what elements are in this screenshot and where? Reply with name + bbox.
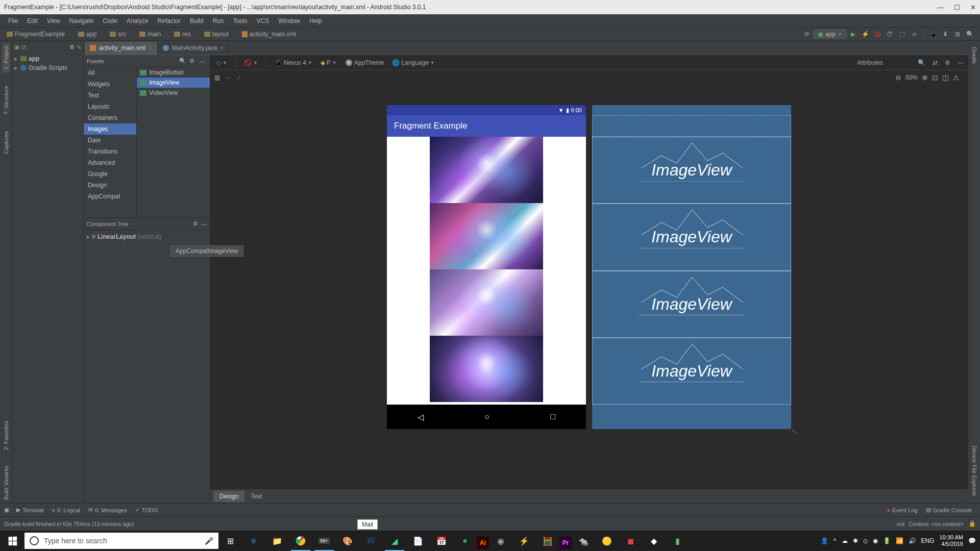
taskbar-app-spotify[interactable]: ● [453, 531, 477, 551]
taskbar-app-generic1[interactable]: ⚡ [512, 531, 536, 551]
maximize-button[interactable]: ☐ [954, 4, 960, 11]
menu-vcs[interactable]: VCS [253, 16, 274, 26]
tool-windows-icon[interactable]: ▣ [4, 507, 9, 513]
microphone-icon[interactable]: 🎤 [205, 537, 213, 545]
debug-button[interactable]: 🐞 [873, 30, 881, 38]
theme-selector[interactable]: 🔘AppTheme [343, 58, 386, 67]
file-tab-activity-main[interactable]: activity_main.xml × [85, 42, 158, 55]
blueprint-imageview-3[interactable]: ImageView [592, 271, 791, 338]
breadcrumb-main[interactable]: main [137, 31, 163, 38]
gradle-console-tab[interactable]: ▤ Gradle Console [922, 506, 976, 514]
zoom-in-button[interactable]: ⊕ [922, 73, 928, 82]
palette-cat-google[interactable]: Google [84, 168, 136, 180]
tray-onedrive-icon[interactable]: ☁ [842, 537, 848, 544]
device-selector[interactable]: 📱Nexus 4▼ [273, 58, 314, 67]
resize-handle-icon[interactable]: ⤡ [791, 427, 797, 435]
tray-clock[interactable]: 10:30 AM 4/5/2018 [940, 534, 963, 547]
taskbar-app-android-studio[interactable]: ◢ [383, 531, 406, 551]
palette-cat-advanced[interactable]: Advanced [84, 157, 136, 168]
viewport-mode-icon[interactable]: ▥ [214, 74, 220, 81]
attach-debugger-icon[interactable]: ⬚ [898, 30, 906, 38]
menu-tools[interactable]: Tools [229, 16, 252, 26]
tray-volume-icon[interactable]: 🔊 [909, 537, 916, 544]
search-icon[interactable]: 🔍 [918, 59, 925, 66]
messages-tab[interactable]: ✉ 0: Messages [84, 506, 131, 514]
run-button[interactable]: ▶ [849, 30, 857, 38]
event-log-tab[interactable]: ● Event Log [883, 506, 921, 514]
hide-icon[interactable]: — [958, 59, 964, 66]
tray-dropbox-icon[interactable]: ◇ [863, 537, 868, 544]
tray-battery-icon[interactable]: 🔋 [883, 537, 891, 544]
menu-edit[interactable]: Edit [23, 16, 42, 26]
favorites-tool-tab[interactable]: 2: Favorites [2, 418, 10, 453]
palette-cat-appcompat[interactable]: AppCompat [84, 191, 136, 202]
breadcrumb-app[interactable]: app [76, 31, 99, 38]
tray-overflow-icon[interactable]: ^ [834, 537, 837, 544]
palette-cat-transitions[interactable]: Transitions [84, 146, 136, 157]
menu-analyze[interactable]: Analyze [122, 16, 153, 26]
tray-bluetooth-icon[interactable]: ✱ [853, 537, 858, 544]
close-tab-icon[interactable]: × [220, 45, 223, 51]
close-tab-icon[interactable]: × [149, 45, 152, 51]
taskbar-app-paint[interactable]: 🎨 [336, 531, 359, 551]
layers-icon[interactable]: ◫ [942, 73, 949, 82]
tree-node-app[interactable]: ▸app [14, 54, 81, 63]
palette-cat-design[interactable]: Design [84, 180, 136, 191]
breadcrumb-layout[interactable]: layout [202, 31, 231, 38]
run-configuration-selector[interactable]: ▣app▼ [813, 30, 847, 39]
hide-icon[interactable]: — [200, 58, 207, 64]
build-variants-tool-tab[interactable]: Build Variants [2, 463, 10, 503]
start-button[interactable] [0, 531, 24, 551]
blueprint-imageview-4[interactable]: ImageView [592, 338, 791, 405]
taskbar-app-premiere[interactable]: Pr [559, 537, 572, 549]
tray-language[interactable]: ENG [921, 537, 935, 544]
task-view-button[interactable]: ⊞ [218, 531, 242, 551]
taskbar-app-notepad[interactable]: 📄 [406, 531, 430, 551]
status-context[interactable]: Context: <no context> [909, 521, 964, 527]
menu-build[interactable]: Build [186, 16, 208, 26]
taskbar-app-chrome[interactable] [289, 531, 312, 551]
tray-wifi-icon[interactable]: 📶 [896, 537, 903, 544]
warnings-icon[interactable]: ⚠ [953, 73, 960, 82]
terminal-tab[interactable]: ▶ Terminal [12, 506, 48, 514]
component-tree-root[interactable]: ▸ ≡ LinearLayout (vertical) [87, 232, 207, 241]
menu-navigate[interactable]: Navigate [65, 16, 97, 26]
breadcrumb-src[interactable]: src [107, 31, 129, 38]
avd-manager-icon[interactable]: 📱 [929, 30, 937, 38]
orientation-selector[interactable]: 🚫▼ [242, 58, 260, 67]
search-everywhere-icon[interactable]: 🔍 [966, 30, 974, 38]
gear-icon[interactable]: ⚙ [69, 44, 75, 51]
taskbar-app-mail[interactable]: 99+ [312, 531, 336, 551]
taskbar-app-edge[interactable]: e [242, 531, 265, 551]
file-tab-mainactivity[interactable]: MainActivity.java × [158, 41, 229, 55]
gear-icon[interactable]: ⚙ [193, 220, 198, 227]
palette-cat-images[interactable]: Images [84, 123, 136, 135]
tree-node-gradle-scripts[interactable]: ▸Gradle Scripts [14, 63, 81, 72]
palette-cat-text[interactable]: Text [84, 90, 136, 101]
gear-icon[interactable]: ⚙ [945, 59, 950, 66]
structure-tool-tab[interactable]: 7: Structure [2, 83, 10, 118]
menu-code[interactable]: Code [99, 16, 121, 26]
taskbar-app-calendar[interactable]: 📅 [430, 531, 453, 551]
taskbar-app-generic3[interactable]: 🟡 [595, 531, 619, 551]
captures-tool-tab[interactable]: Captures [2, 128, 10, 157]
hide-icon[interactable]: — [201, 221, 207, 227]
minimize-button[interactable]: — [937, 4, 944, 11]
preview-imageview-1[interactable] [430, 137, 543, 203]
text-tab[interactable]: Text [244, 491, 268, 502]
palette-item-videoview[interactable]: VideoView [137, 88, 210, 98]
design-surface-selector[interactable]: ◇▼ [214, 58, 229, 67]
breadcrumb-file[interactable]: activity_main.xml [239, 31, 299, 38]
preview-imageview-4[interactable] [430, 336, 543, 402]
taskbar-app-generic4[interactable]: ◼ [619, 531, 642, 551]
sync-icon[interactable]: ⟳ [803, 30, 811, 38]
taskbar-app-generic5[interactable]: ▮ [666, 531, 689, 551]
menu-run[interactable]: Run [209, 16, 228, 26]
tray-notifications-icon[interactable]: 💬 [968, 537, 976, 544]
taskbar-app-unity[interactable]: ◆ [642, 531, 666, 551]
taskbar-app-calculator[interactable]: 🧮 [536, 531, 559, 551]
tray-people-icon[interactable]: 👤 [821, 537, 828, 544]
logcat-tab[interactable]: ≡ 6: Logcat [48, 506, 85, 514]
blueprint-imageview-1[interactable]: ImageView [592, 137, 791, 204]
preview-imageview-3[interactable] [430, 269, 543, 336]
